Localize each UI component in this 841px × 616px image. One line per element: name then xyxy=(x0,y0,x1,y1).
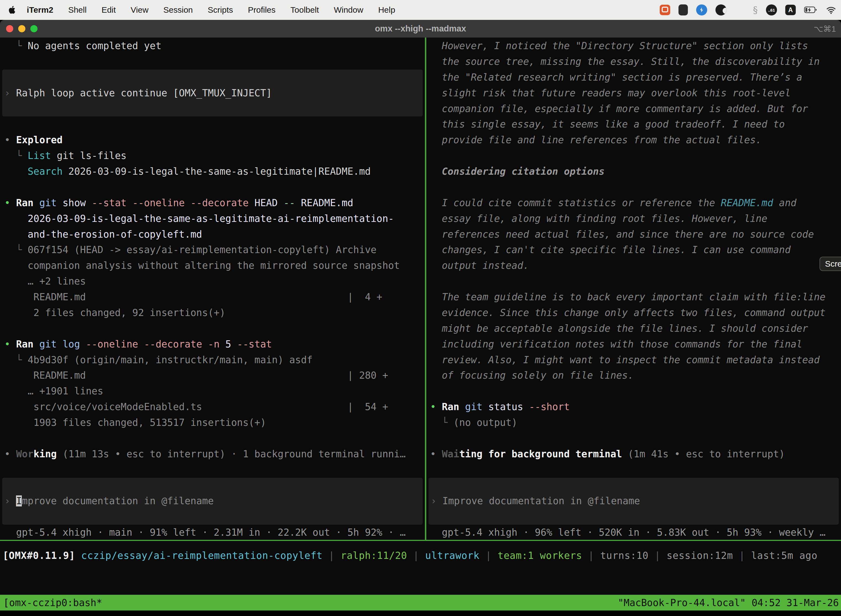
menu-items: iTerm2ShellEditViewSessionScriptsProfile… xyxy=(19,5,403,15)
menu-item-toolbelt[interactable]: Toolbelt xyxy=(283,5,327,15)
omx-bar-segment: | xyxy=(582,550,601,561)
menu-item-iterm2[interactable]: iTerm2 xyxy=(19,5,61,15)
terminal-line: the source tree, missing the essay. Stil… xyxy=(430,54,841,70)
terminal-line: • Working (11m 13s • esc to interrupt) ·… xyxy=(4,446,425,462)
menu-item-profiles[interactable]: Profiles xyxy=(240,5,283,15)
dots-grid-icon[interactable] xyxy=(735,5,745,15)
battery-icon[interactable] xyxy=(804,6,817,13)
keyboard-a-icon[interactable]: A xyxy=(785,5,796,15)
terminal-text-segment: └ xyxy=(4,150,28,161)
terminal-text-segment: this single essay, it seems like a good … xyxy=(430,119,785,130)
terminal-line: … +1901 lines xyxy=(4,383,425,399)
terminal-text-segment: › xyxy=(4,88,16,98)
terminal-text-segment: › xyxy=(4,496,16,506)
agent-pane-left[interactable]: └ No agents completed yet› Ralph loop ac… xyxy=(0,38,425,540)
agent-pane-right[interactable]: However, I noticed the "Directory Struct… xyxy=(426,38,841,540)
terminal-line: └ 067f154 (HEAD -> essay/ai-reimplementa… xyxy=(4,242,425,258)
terminal-line: › Ralph loop active continue [OMX_TMUX_I… xyxy=(4,85,423,101)
terminal-text-segment: 2026-03-09-is-legal-the-same-as-legitima… xyxy=(63,166,371,177)
terminal-text-segment: ting for background terminal xyxy=(459,449,622,459)
terminal-text-segment xyxy=(231,339,237,350)
terminal-text-segment: evidence. Since this change only affects… xyxy=(430,307,826,318)
terminal-text-segment xyxy=(57,339,63,350)
omx-bar-segment: session:12m xyxy=(667,550,733,561)
window-title-bar[interactable]: omx --xhigh --madmax ⌥⌘1 xyxy=(0,20,841,38)
tmux-session-label[interactable]: [omx-cczip0:bash* xyxy=(0,597,102,608)
terminal-line: including verification notes with those … xyxy=(430,336,841,352)
terminal-text-segment: Ran xyxy=(16,339,34,350)
terminal-text-segment: including verification notes with those … xyxy=(430,339,802,350)
terminal-text-segment: king xyxy=(34,449,57,459)
window-title: omx --xhigh --madmax xyxy=(0,24,841,34)
terminal-text-segment: provide file and line references from th… xyxy=(430,134,762,145)
terminal-text-segment: slight risk that future readers may over… xyxy=(430,88,791,98)
omx-bar-segment: | xyxy=(733,550,751,561)
omx-bar-segment: team:1 workers xyxy=(498,550,582,561)
macos-menu-bar: iTerm2ShellEditViewSessionScriptsProfile… xyxy=(0,0,841,20)
terminal-text-segment: --short xyxy=(529,401,570,412)
menu-item-shell[interactable]: Shell xyxy=(61,5,94,15)
terminal-text-segment: (no output) xyxy=(453,417,517,428)
terminal-text-segment: output instead. xyxy=(430,260,529,271)
menu-item-scripts[interactable]: Scripts xyxy=(200,5,240,15)
terminal-line: › Improve documentation in @filename xyxy=(4,493,423,509)
terminal-text-segment: └ xyxy=(430,417,453,428)
terminal-text-segment xyxy=(483,401,488,412)
omx-bar-segment: | xyxy=(479,550,498,561)
pie-icon[interactable] xyxy=(715,4,727,15)
prompt-input-left[interactable]: › Improve documentation in @filename xyxy=(2,478,423,525)
prompt-input-right[interactable]: › Improve documentation in @filename xyxy=(428,478,839,525)
terminal-text-segment: However, I noticed the "Directory Struct… xyxy=(430,40,808,51)
terminal-text-segment xyxy=(459,401,465,412)
apple-menu-icon[interactable] xyxy=(8,6,16,14)
squiggle-icon[interactable]: § xyxy=(753,4,757,15)
blue-bolt-icon[interactable] xyxy=(696,4,707,15)
terminal-area: └ No agents completed yet› Ralph loop ac… xyxy=(0,38,841,540)
terminal-text-segment: └ xyxy=(4,40,28,51)
terminal-line: output instead. xyxy=(430,258,841,273)
terminal-text-segment: Improve documentation in @filename xyxy=(442,496,640,506)
terminal-line: • Explored xyxy=(4,132,425,148)
terminal-text-segment: └ xyxy=(4,354,28,365)
wifi-icon[interactable] xyxy=(826,6,837,14)
terminal-text-segment: gpt-5.4 xhigh · 96% left · 520K in · 5.8… xyxy=(430,527,826,538)
terminal-line xyxy=(430,179,841,195)
screen-share-overlay[interactable]: Scre xyxy=(819,257,841,271)
terminal-text-segment: git xyxy=(39,197,57,208)
grid-badge-icon[interactable] xyxy=(678,4,688,15)
omx-bar-segment: turns:10 xyxy=(600,550,648,561)
ralph-loop-banner[interactable]: › Ralph loop active continue [OMX_TMUX_I… xyxy=(2,70,423,117)
terminal-text-segment xyxy=(295,197,301,208)
menu-bar-left: iTerm2ShellEditViewSessionScriptsProfile… xyxy=(8,5,403,15)
omx-bar-segment: [OMX#0.11.9] xyxy=(3,550,75,561)
terminal-line: and-the-erosion-of-copyleft.md xyxy=(4,227,425,242)
terminal-text-segment: status xyxy=(488,401,523,412)
menu-item-session[interactable]: Session xyxy=(156,5,200,15)
terminal-line: • Ran git status --short xyxy=(430,399,841,415)
window-shortcut-badge: ⌥⌘1 xyxy=(814,24,841,34)
terminal-text-segment: git xyxy=(39,339,57,350)
terminal-text-segment: Ralph loop active continue [OMX_TMUX_INJ… xyxy=(16,88,272,98)
terminal-line: provide file and line references from th… xyxy=(430,132,841,148)
terminal-line: review. Also, I might want to inspect th… xyxy=(430,352,841,368)
menu-item-help[interactable]: Help xyxy=(371,5,403,15)
percent-61-badge[interactable]: ..61 xyxy=(766,4,777,15)
menu-item-view[interactable]: View xyxy=(123,5,156,15)
terminal-text-segment: The team guideline is to back every impo… xyxy=(430,292,826,302)
terminal-text-segment: mprove documentation in @filename xyxy=(22,496,214,506)
terminal-line: └ No agents completed yet xyxy=(4,38,425,54)
terminal-text-segment xyxy=(523,401,529,412)
omx-bar-segment: | xyxy=(322,550,341,561)
terminal-text-segment: I could cite commit statistics or refere… xyxy=(430,197,721,208)
omx-bar-segment: | xyxy=(407,550,425,561)
menu-item-window[interactable]: Window xyxy=(327,5,371,15)
window-bottom-edge xyxy=(0,610,841,616)
terminal-line xyxy=(4,70,423,85)
menu-item-edit[interactable]: Edit xyxy=(94,5,123,15)
terminal-text-segment: 2 files changed, 92 insertions(+) xyxy=(4,307,226,318)
terminal-text-segment: --stat xyxy=(237,339,272,350)
chat-icon[interactable] xyxy=(660,5,670,15)
terminal-line: … +2 lines xyxy=(4,273,425,289)
terminal-text-segment: README.md xyxy=(301,197,353,208)
omx-status-bar: [OMX#0.11.9] cczip/essay/ai-reimplementa… xyxy=(0,541,841,565)
